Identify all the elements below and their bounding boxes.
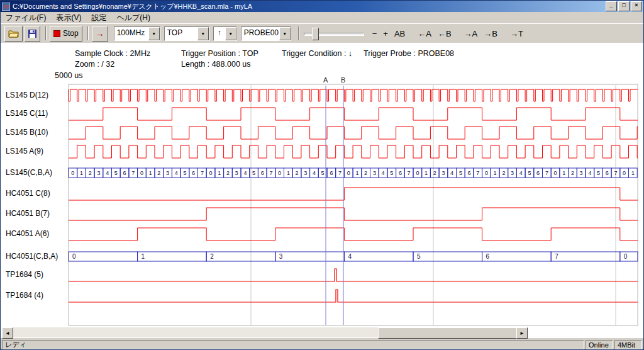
close-icon[interactable]: × [631,1,642,11]
menu-settings[interactable]: 設定 [86,12,111,24]
window-titlebar: C:¥Documents and Settings¥noname¥デスクトップ¥… [1,1,643,12]
stop-icon [53,30,60,37]
open-file-button[interactable] [4,26,23,42]
probe-value: PROBE00 [242,27,279,40]
zoom-out-button[interactable]: − [369,29,380,38]
status-message: レディ [2,340,584,349]
chevron-down-icon[interactable]: ▼ [279,27,291,40]
trigger-edge-select[interactable]: ↑ ▼ [213,26,237,41]
zoom-slider-thumb[interactable] [312,28,319,40]
stop-button-label: Stop [63,29,79,38]
menu-file[interactable]: ファイル(F) [1,12,51,24]
status-memory: 4MBit [614,340,642,349]
probe-select[interactable]: PROBE00 ▼ [241,26,291,41]
sample-clock-select[interactable]: 100MHz ▼ [114,26,160,41]
app-window: C:¥Documents and Settings¥noname¥デスクトップ¥… [0,0,644,350]
menu-view[interactable]: 表示(V) [51,12,86,24]
statusbar: レディ Online 4MBit [1,339,643,350]
waveform-client-area [1,43,643,338]
status-online: Online [586,340,613,349]
scrollbar-thumb[interactable] [378,327,519,339]
goto-marker-a-left-button[interactable]: ←A [414,29,435,38]
toolbar-separator [87,26,89,40]
toolbar: Stop → 100MHz ▼ TOP ▼ ↑ ▼ PROBE00 ▼ − + … [1,23,643,43]
toolbar-separator [298,26,299,40]
minimize-icon[interactable]: _ [606,1,617,11]
open-folder-icon [8,30,19,38]
goto-trigger-button[interactable]: →T [507,29,526,38]
toolbar-separator [45,26,47,40]
scroll-left-icon[interactable]: ◄ [2,327,13,339]
trigger-position-value: TOP [165,27,197,40]
chevron-down-icon[interactable]: ▼ [225,27,236,40]
chevron-down-icon[interactable]: ▼ [148,27,160,40]
stop-button[interactable]: Stop [50,26,82,42]
trigger-edge-value: ↑ [214,27,225,40]
goto-marker-a-right-button[interactable]: →A [461,29,481,38]
chevron-down-icon[interactable]: ▼ [197,27,209,40]
app-icon [2,3,10,11]
sample-clock-value: 100MHz [114,27,148,40]
goto-marker-b-left-button[interactable]: ←B [435,29,455,38]
scroll-right-icon[interactable]: ► [516,327,528,339]
zoom-slider[interactable] [304,26,364,41]
menu-help[interactable]: ヘルプ(H) [111,12,155,24]
save-button[interactable] [25,26,40,42]
ab-range-button[interactable]: AB [391,29,408,38]
menubar: ファイル(F) 表示(V) 設定 ヘルプ(H) [1,12,643,23]
window-title: C:¥Documents and Settings¥noname¥デスクトップ¥… [13,2,604,11]
goto-marker-b-right-button[interactable]: →B [480,29,501,38]
trigger-position-select[interactable]: TOP ▼ [164,26,209,41]
zoom-in-button[interactable]: + [380,29,391,38]
horizontal-scrollbar[interactable]: ◄ ► [2,327,528,337]
maximize-icon[interactable]: □ [618,1,630,11]
floppy-disk-icon [28,30,36,38]
run-button[interactable]: → [92,26,108,42]
run-arrow-icon: → [96,29,104,38]
